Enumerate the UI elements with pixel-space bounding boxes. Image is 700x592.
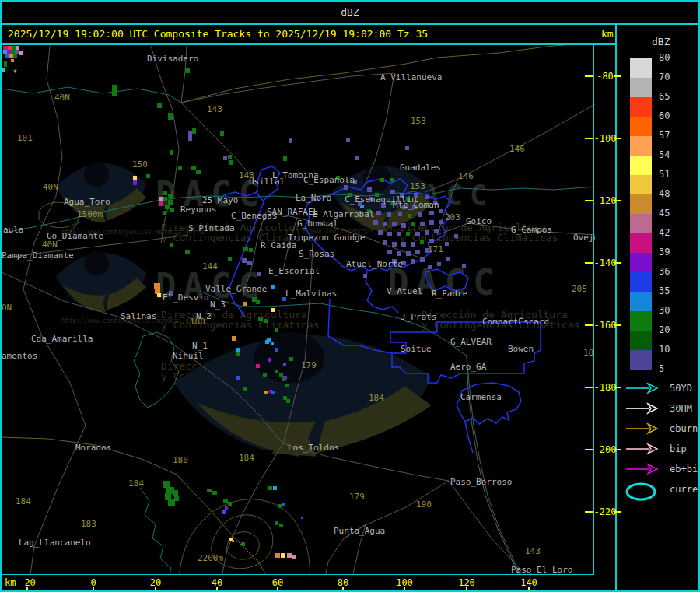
- bottom-axis-tick: [277, 587, 278, 592]
- route-label: 179: [349, 492, 365, 501]
- radar-cell: [271, 342, 274, 345]
- dbz-scale-label: 45: [659, 208, 682, 219]
- radar-cell: [163, 211, 166, 215]
- radar-cell: [257, 272, 261, 276]
- km-unit-label: km: [601, 28, 614, 40]
- dbz-swatch: [630, 156, 652, 175]
- radar-cell: [289, 357, 293, 361]
- place-label: Soitue: [401, 345, 432, 353]
- radar-cell: [212, 491, 217, 495]
- radar-cell: [283, 363, 286, 366]
- dbz-scale-label: 57: [659, 131, 682, 141]
- radar-cell: [159, 197, 163, 201]
- radar-cell: [264, 319, 268, 323]
- route-label: 153: [411, 117, 426, 125]
- route-label: 143: [525, 547, 541, 555]
- dbz-swatch: [630, 58, 652, 78]
- radar-cell: [397, 251, 401, 256]
- radar-cell: [273, 486, 277, 490]
- radar-cell: [228, 502, 232, 506]
- radar-cell: [420, 257, 425, 262]
- radar-cell: [446, 257, 450, 261]
- radar-cell: [462, 264, 466, 268]
- radar-app-window: dBZ 2025/12/19 19:02:00 UTC Composite Tr…: [0, 0, 700, 592]
- place-label: A_Villanueva: [380, 73, 442, 82]
- dbz-scale-panel: dBZ 807065605754514845423936353020105 50…: [617, 25, 698, 590]
- route-label: 203: [445, 213, 460, 222]
- dbz-scale-label: 20: [659, 325, 682, 335]
- place-label: Oveje: [573, 233, 599, 242]
- place-label: La_Nora: [296, 194, 331, 202]
- bottom-axis-tick: [404, 587, 405, 592]
- place-label: aula: [3, 226, 24, 234]
- place-label: L_Malvinas: [285, 289, 337, 298]
- radar-cell: [429, 239, 434, 243]
- place-label: Mte_Coman: [393, 201, 439, 209]
- route-label: 146: [458, 172, 474, 180]
- radar-cell: [154, 283, 160, 289]
- dbz-swatch: [630, 97, 652, 117]
- radar-cell: [112, 85, 117, 96]
- radar-cell: [278, 504, 282, 508]
- radar-cell: [170, 208, 174, 212]
- route-label: 183: [81, 520, 96, 528]
- radar-cell: [11, 59, 14, 62]
- radar-cell: [232, 540, 234, 542]
- radar-cell: [286, 399, 290, 403]
- radar-cell: [220, 131, 224, 136]
- radar-map-viewport[interactable]: DACCDACCDACCDACCDirección de Agricultura…: [2, 2, 700, 592]
- dbz-scale-label: 54: [659, 150, 682, 160]
- route-label: 144: [202, 262, 218, 271]
- radar-cell: [191, 166, 196, 170]
- radar-cell: [275, 370, 278, 373]
- place-label: CompartEscard: [482, 317, 549, 326]
- place-label: S_Rosas: [299, 250, 334, 258]
- bottom-axis-tick: [26, 587, 28, 592]
- route-label: 171: [428, 245, 443, 254]
- radar-cell: [196, 170, 201, 174]
- radar-cell: [301, 517, 303, 519]
- route-label: 184: [239, 454, 254, 462]
- radar-cell: [387, 250, 392, 254]
- route-label: 205: [572, 285, 587, 293]
- route-label: 40N: [42, 240, 58, 249]
- bottom-axis-tick: [342, 587, 344, 592]
- dbz-swatch: [630, 331, 652, 350]
- radar-cell: [392, 222, 397, 226]
- place-label: Pampa_Diamante: [2, 251, 74, 260]
- place-label: J_Prats: [401, 313, 436, 321]
- dbz-scale-label: 60: [659, 111, 682, 121]
- route-label: 2200m: [198, 554, 223, 562]
- dbz-swatch: [630, 117, 652, 136]
- radar-cell: [429, 220, 434, 225]
- route-label: 40N: [43, 183, 58, 191]
- route-label: 101: [17, 134, 33, 142]
- radar-cell: [282, 377, 285, 381]
- radar-cell: [243, 247, 248, 251]
- route-label: 150: [132, 160, 148, 169]
- dbz-scale-label: 10: [659, 345, 682, 355]
- radar-cell: [439, 209, 443, 213]
- dbz-swatch: [630, 78, 652, 97]
- track-arrow-icon: [625, 401, 660, 420]
- place-label: Divisadero: [147, 54, 198, 63]
- radar-cell: [346, 138, 350, 142]
- radar-cell: [223, 156, 227, 160]
- radar-cell: [285, 384, 289, 387]
- place-label: N_1: [192, 342, 208, 350]
- radar-cell: [256, 300, 260, 304]
- route-label: 184: [369, 394, 384, 402]
- dbz-scale-label: 80: [659, 53, 682, 63]
- place-label: E_Escorial: [268, 267, 320, 275]
- radar-cell: [170, 150, 173, 155]
- radar-cell: [2, 68, 5, 72]
- radar-cell: [387, 212, 391, 217]
- route-label: 179: [301, 361, 317, 370]
- radar-cell: [420, 222, 425, 226]
- track-arrow-icon: [625, 462, 660, 481]
- dbz-scale-label: 70: [659, 72, 682, 82]
- radar-cell: [411, 242, 415, 247]
- dbz-swatch: [630, 233, 652, 253]
- dbz-swatch: [630, 214, 652, 233]
- place-label: G_bombal: [297, 219, 338, 228]
